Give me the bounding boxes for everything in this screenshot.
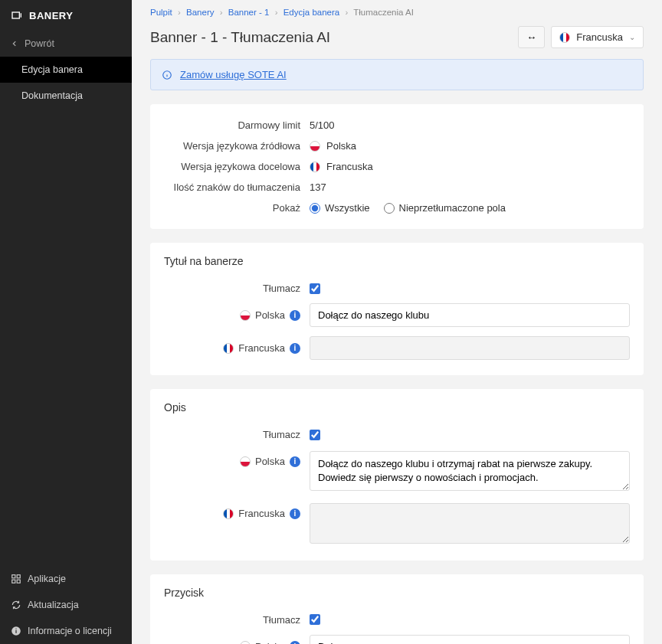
target-lang-label: Wersja językowa docelowa	[164, 161, 310, 172]
desc-translate-label: Tłumacz	[164, 429, 310, 440]
target-lang-value: Francuska	[310, 161, 630, 172]
show-label: Pokaż	[164, 202, 310, 214]
limit-label: Darmowy limit	[164, 119, 310, 131]
sidebar-foot-apps[interactable]: Aplikacje	[0, 566, 132, 592]
title-translate-checkbox[interactable]	[310, 283, 320, 294]
info-banner: Zamów usługę SOTE AI	[150, 59, 644, 90]
sidebar: BANERY Powrót Edycja banera Dokumentacja…	[0, 0, 132, 644]
chars-label: Ilość znaków do tłumaczenia	[164, 181, 310, 193]
svg-rect-7	[15, 630, 16, 633]
source-lang-value: Polska	[310, 140, 630, 152]
source-lang-label: Wersja językowa źródłowa	[164, 140, 310, 152]
sidebar-item-edit-banner[interactable]: Edycja banera	[0, 57, 132, 83]
radio-show-all[interactable]: Wszystkie	[310, 202, 370, 214]
title-fr-input[interactable]	[310, 336, 630, 360]
svg-rect-2	[17, 575, 20, 578]
flag-pl-icon	[240, 310, 251, 321]
desc-fr-label: Francuska i	[164, 503, 310, 519]
info-dot-icon[interactable]: i	[290, 508, 300, 519]
chevron-down-icon: ⌄	[629, 33, 635, 41]
desc-pl-label: Polska i	[164, 451, 310, 467]
button-pl-input[interactable]	[310, 635, 630, 644]
limit-value: 5/100	[310, 119, 630, 131]
flag-fr-icon	[223, 343, 234, 354]
svg-rect-4	[17, 580, 20, 583]
flag-fr-icon	[223, 508, 234, 519]
target-language-select[interactable]: Francuska ⌄	[551, 26, 644, 48]
section-title-heading: Tytuł na banerze	[164, 255, 630, 267]
button-translate-label: Tłumacz	[164, 614, 310, 626]
desc-translate-checkbox[interactable]	[310, 430, 320, 440]
section-desc-heading: Opis	[164, 401, 630, 414]
chars-value: 137	[310, 181, 630, 193]
page-title: Banner - 1 - Tłumaczenia AI	[150, 29, 513, 46]
flag-pl-icon	[240, 456, 251, 467]
section-button: Przycisk Tłumacz Polska i Francuska i	[150, 574, 644, 644]
svg-point-6	[15, 628, 16, 629]
apps-icon	[11, 574, 21, 584]
title-pl-label: Polska i	[164, 309, 310, 321]
main-content: Pulpit › Banery › Banner - 1 › Edycja ba…	[132, 0, 662, 644]
breadcrumb-current: Tłumaczenia AI	[353, 8, 414, 17]
breadcrumb-pulpit[interactable]: Pulpit	[150, 8, 172, 17]
sidebar-title: BANERY	[0, 0, 132, 31]
meta-card: Darmowy limit 5/100 Wersja językowa źród…	[150, 104, 644, 229]
info-icon	[11, 626, 21, 636]
button-translate-checkbox[interactable]	[310, 614, 320, 625]
chevron-left-icon	[11, 40, 18, 47]
svg-rect-3	[12, 580, 15, 583]
section-description: Opis Tłumacz Polska i Francuska i	[150, 389, 644, 561]
svg-rect-1	[12, 575, 15, 578]
swap-languages-button[interactable]: ↔	[518, 26, 545, 48]
breadcrumb: Pulpit › Banery › Banner - 1 › Edycja ba…	[150, 0, 644, 21]
sidebar-foot-license[interactable]: Informacje o licencji	[0, 618, 132, 644]
info-dot-icon[interactable]: i	[290, 641, 300, 644]
section-title: Tytuł na banerze Tłumacz Polska i Francu…	[150, 243, 644, 375]
title-pl-input[interactable]	[310, 303, 630, 327]
section-button-heading: Przycisk	[164, 587, 630, 599]
swap-icon: ↔	[526, 31, 536, 43]
title-fr-label: Francuska i	[164, 342, 310, 354]
button-pl-label: Polska i	[164, 641, 310, 644]
info-dot-icon[interactable]: i	[290, 456, 300, 467]
refresh-icon	[11, 600, 21, 610]
desc-pl-textarea[interactable]	[310, 451, 630, 491]
flag-pl-icon	[310, 141, 320, 152]
sidebar-back[interactable]: Powrót	[0, 31, 132, 57]
breadcrumb-banery[interactable]: Banery	[186, 8, 214, 17]
banner-icon	[11, 9, 23, 21]
desc-fr-textarea[interactable]	[310, 503, 630, 543]
sidebar-item-documentation[interactable]: Dokumentacja	[0, 83, 132, 109]
info-dot-icon[interactable]: i	[290, 343, 300, 354]
info-dot-icon[interactable]: i	[290, 310, 300, 321]
flag-pl-icon	[240, 641, 251, 644]
sidebar-foot-update[interactable]: Aktualizacja	[0, 592, 132, 618]
svg-rect-0	[12, 12, 19, 18]
breadcrumb-edit[interactable]: Edycja banera	[283, 8, 340, 17]
flag-fr-icon	[559, 32, 570, 43]
order-service-link[interactable]: Zamów usługę SOTE AI	[180, 69, 287, 80]
flag-fr-icon	[310, 162, 320, 172]
info-circle-icon	[162, 70, 172, 80]
radio-show-untranslated[interactable]: Nieprzetłumaczone pola	[384, 202, 506, 214]
title-translate-label: Tłumacz	[164, 283, 310, 294]
breadcrumb-banner1[interactable]: Banner - 1	[228, 8, 270, 17]
